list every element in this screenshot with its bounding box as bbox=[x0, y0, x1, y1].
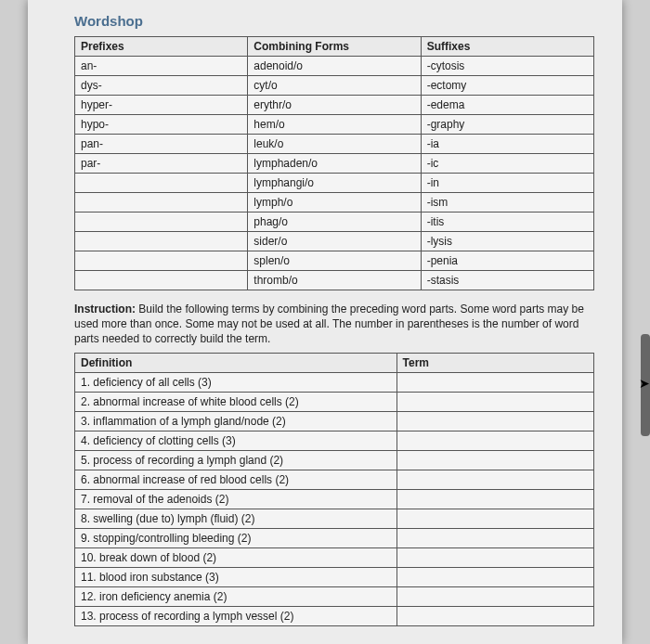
definition-cell: 4. deficiency of clotting cells (3) bbox=[75, 431, 397, 450]
page-title: Wordshop bbox=[74, 13, 594, 29]
vocab-cell: hyper- bbox=[75, 96, 248, 115]
term-cell[interactable] bbox=[396, 547, 593, 567]
term-cell[interactable] bbox=[396, 392, 593, 411]
definition-cell: 6. abnormal increase of red blood cells … bbox=[75, 470, 397, 489]
vocab-row: phag/o-itis bbox=[75, 213, 594, 232]
term-cell[interactable] bbox=[396, 431, 593, 450]
definition-row: 3. inflammation of a lymph gland/node (2… bbox=[75, 411, 594, 431]
definition-row: 9. stopping/controlling bleeding (2) bbox=[75, 528, 594, 547]
definition-cell: 5. process of recording a lymph gland (2… bbox=[75, 450, 397, 470]
vocab-cell: hem/o bbox=[248, 115, 421, 135]
vocab-cell: -edema bbox=[421, 96, 593, 115]
term-cell[interactable] bbox=[396, 567, 593, 586]
definition-row: 1. deficiency of all cells (3) bbox=[75, 372, 594, 392]
vocab-row: par-lymphaden/o-ic bbox=[75, 154, 594, 174]
term-cell[interactable] bbox=[396, 489, 593, 509]
term-cell[interactable] bbox=[396, 509, 593, 528]
vocab-table: Prefixes Combining Forms Suffixes an-ade… bbox=[74, 36, 594, 290]
vocab-cell: an- bbox=[75, 57, 248, 76]
definition-cell: 3. inflammation of a lymph gland/node (2… bbox=[75, 411, 397, 431]
vocab-cell: adenoid/o bbox=[248, 57, 421, 76]
definition-row: 8. swelling (due to) lymph (fluid) (2) bbox=[75, 509, 594, 528]
document-page: Wordshop Prefixes Combining Forms Suffix… bbox=[28, 0, 622, 644]
definition-cell: 11. blood iron substance (3) bbox=[75, 567, 397, 586]
term-cell[interactable] bbox=[396, 528, 593, 547]
definition-row: 12. iron deficiency anemia (2) bbox=[75, 586, 594, 606]
instruction-body: Build the following terms by combining t… bbox=[74, 303, 584, 345]
vocab-header-combining: Combining Forms bbox=[248, 37, 421, 57]
vocab-cell: cyt/o bbox=[248, 76, 421, 96]
vocab-row: sider/o-lysis bbox=[75, 232, 594, 251]
definition-row: 5. process of recording a lymph gland (2… bbox=[75, 450, 594, 470]
definition-cell: 1. deficiency of all cells (3) bbox=[75, 372, 397, 392]
definition-row: 7. removal of the adenoids (2) bbox=[75, 489, 594, 509]
vocab-cell: thromb/o bbox=[248, 271, 421, 290]
vocab-row: hypo-hem/o-graphy bbox=[75, 115, 594, 135]
defs-header-term: Term bbox=[396, 353, 593, 372]
vocab-cell: phag/o bbox=[248, 213, 421, 232]
defs-header-definition: Definition bbox=[75, 353, 397, 372]
vocab-cell: lymphangi/o bbox=[248, 174, 421, 193]
vocab-cell: hypo- bbox=[75, 115, 248, 135]
vocab-row: an-adenoid/o-cytosis bbox=[75, 57, 594, 76]
vocab-cell: leuk/o bbox=[248, 135, 421, 154]
vocab-cell: lymphaden/o bbox=[248, 154, 421, 174]
vocab-cell bbox=[75, 193, 248, 213]
term-cell[interactable] bbox=[396, 450, 593, 470]
vocab-cell: -ic bbox=[421, 154, 593, 174]
vocab-cell bbox=[75, 232, 248, 251]
vocab-cell: -in bbox=[421, 174, 593, 193]
vocab-cell bbox=[75, 271, 248, 290]
definitions-table: Definition Term 1. deficiency of all cel… bbox=[74, 353, 594, 626]
definition-row: 11. blood iron substance (3) bbox=[75, 567, 594, 586]
viewport: Wordshop Prefixes Combining Forms Suffix… bbox=[0, 0, 650, 644]
vocab-cell: pan- bbox=[75, 135, 248, 154]
vocab-row: hyper-erythr/o-edema bbox=[75, 96, 594, 115]
vocab-row: thromb/o-stasis bbox=[75, 271, 594, 290]
vocab-row: pan-leuk/o-ia bbox=[75, 135, 594, 154]
vocab-cell: lymph/o bbox=[248, 193, 421, 213]
term-cell[interactable] bbox=[396, 586, 593, 606]
instruction-label: Instruction: bbox=[74, 303, 136, 316]
vocab-cell: dys- bbox=[75, 76, 248, 96]
definition-cell: 2. abnormal increase of white blood cell… bbox=[75, 392, 397, 411]
definition-cell: 9. stopping/controlling bleeding (2) bbox=[75, 528, 397, 547]
definition-row: 13. process of recording a lymph vessel … bbox=[75, 606, 594, 625]
term-cell[interactable] bbox=[396, 372, 593, 392]
vocab-cell bbox=[75, 213, 248, 232]
vocab-cell: -ectomy bbox=[421, 76, 593, 96]
vocab-cell: par- bbox=[75, 154, 248, 174]
vocab-cell: -stasis bbox=[421, 271, 593, 290]
definition-row: 6. abnormal increase of red blood cells … bbox=[75, 470, 594, 489]
vocab-cell: -itis bbox=[421, 213, 593, 232]
vocab-cell: splen/o bbox=[248, 251, 421, 271]
term-cell[interactable] bbox=[396, 411, 593, 431]
vocab-row: lymphangi/o-in bbox=[75, 174, 594, 193]
vocab-cell: -graphy bbox=[421, 115, 593, 135]
term-cell[interactable] bbox=[396, 606, 593, 625]
vocab-header-prefixes: Prefixes bbox=[75, 37, 248, 57]
definition-row: 10. break down of blood (2) bbox=[75, 547, 594, 567]
definition-cell: 10. break down of blood (2) bbox=[75, 547, 397, 567]
definition-cell: 12. iron deficiency anemia (2) bbox=[75, 586, 397, 606]
term-cell[interactable] bbox=[396, 470, 593, 489]
vocab-cell: -ia bbox=[421, 135, 593, 154]
vocab-row: lymph/o-ism bbox=[75, 193, 594, 213]
definition-row: 2. abnormal increase of white blood cell… bbox=[75, 392, 594, 411]
vocab-cell bbox=[75, 174, 248, 193]
vocab-cell: sider/o bbox=[248, 232, 421, 251]
definition-cell: 8. swelling (due to) lymph (fluid) (2) bbox=[75, 509, 397, 528]
vocab-cell: -lysis bbox=[421, 232, 593, 251]
definition-cell: 7. removal of the adenoids (2) bbox=[75, 489, 397, 509]
vocab-row: splen/o-penia bbox=[75, 251, 594, 271]
vocab-cell bbox=[75, 251, 248, 271]
instruction-text: Instruction: Build the following terms b… bbox=[74, 302, 594, 347]
vocab-header-suffixes: Suffixes bbox=[421, 37, 593, 57]
vocab-cell: -cytosis bbox=[421, 57, 593, 76]
vocab-cell: -ism bbox=[421, 193, 593, 213]
vocab-row: dys-cyt/o-ectomy bbox=[75, 76, 594, 96]
vocab-cell: -penia bbox=[421, 251, 593, 271]
definition-row: 4. deficiency of clotting cells (3) bbox=[75, 431, 594, 450]
vocab-cell: erythr/o bbox=[248, 96, 421, 115]
definition-cell: 13. process of recording a lymph vessel … bbox=[75, 606, 397, 625]
